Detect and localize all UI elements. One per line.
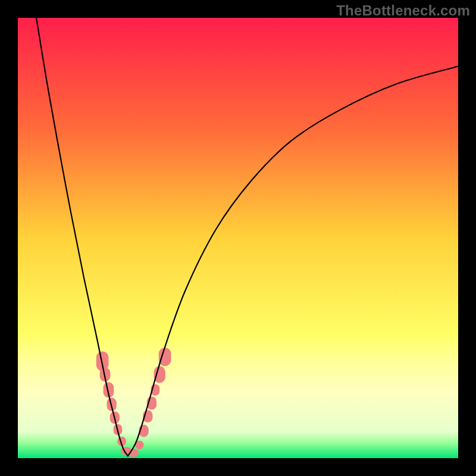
plot-background bbox=[18, 18, 458, 458]
chart-frame: TheBottleneck.com bbox=[0, 0, 476, 476]
marker-point bbox=[159, 347, 171, 366]
marker-point bbox=[154, 366, 165, 383]
watermark-text: TheBottleneck.com bbox=[336, 2, 470, 19]
bottleneck-chart bbox=[0, 0, 476, 476]
